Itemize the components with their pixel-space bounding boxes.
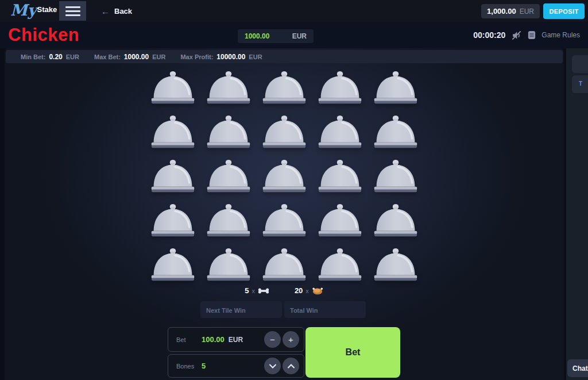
place-bet-button[interactable]: Bet (305, 327, 400, 378)
tile-cloche[interactable] (256, 110, 312, 155)
topbar: My Stake ← Back 1,000.00 EUR DEPOSIT (0, 0, 588, 22)
counters: 5 x 20 x (145, 286, 423, 295)
max-bet-value: 1000.00 (124, 53, 149, 61)
tile-cloche[interactable] (145, 66, 200, 110)
cloche-icon (372, 203, 420, 239)
deposit-button[interactable]: DEPOSIT (543, 3, 585, 19)
round-timer: 00:00:20 (473, 30, 505, 40)
bones-counter: 5 x (245, 286, 269, 295)
tile-cloche[interactable] (368, 110, 423, 155)
bones-x: x (252, 287, 255, 294)
cloche-icon (372, 114, 420, 151)
max-profit-value: 10000.00 (216, 53, 245, 61)
next-tile-win-label: Next Tile Win (206, 307, 246, 314)
chickens-count: 20 (295, 286, 303, 295)
cloche-icon (204, 247, 253, 283)
rail-button-bottom[interactable]: T (572, 75, 588, 93)
balance-currency: EUR (520, 7, 534, 16)
tile-cloche[interactable] (368, 66, 423, 110)
cloche-icon (260, 247, 308, 283)
screen: My Stake ← Back 1,000.00 EUR DEPOSIT Chi… (0, 0, 588, 380)
game-rules-label[interactable]: Game Rules (541, 31, 580, 39)
tile-cloche[interactable] (312, 243, 368, 287)
tile-cloche[interactable] (256, 199, 312, 243)
cloche-icon (316, 247, 364, 283)
tile-cloche[interactable] (200, 243, 256, 287)
back-arrow-icon: ← (101, 6, 110, 16)
cloche-icon (260, 70, 308, 106)
cloche-icon (149, 70, 197, 106)
right-rail: T (566, 48, 588, 380)
rail-button-icon: T (579, 80, 582, 87)
game-rules-button[interactable] (528, 30, 536, 40)
cloche-icon (372, 159, 420, 195)
tile-cloche[interactable] (256, 155, 312, 199)
tile-cloche[interactable] (368, 155, 423, 199)
bones-increase-button[interactable] (283, 358, 299, 374)
tile-cloche[interactable] (200, 199, 256, 243)
cloche-icon (149, 114, 197, 151)
cloche-icon (204, 159, 253, 195)
logo-my: My (10, 2, 37, 19)
chevron-down-icon (269, 364, 276, 369)
tile-cloche[interactable] (145, 155, 200, 199)
tile-cloche[interactable] (312, 155, 368, 199)
bet-control: Bet 100.00 EUR − + (168, 327, 304, 352)
mystake-logo[interactable]: My Stake (10, 2, 57, 19)
cloche-icon (316, 159, 364, 195)
tile-cloche[interactable] (145, 199, 200, 243)
min-bet-label: Min Bet: (21, 53, 45, 60)
tile-cloche[interactable] (256, 243, 312, 287)
rail-button-top[interactable] (572, 55, 588, 73)
max-profit-label: Max Profit: (180, 53, 213, 60)
chickens-counter: 20 x (295, 286, 323, 295)
cloche-icon (149, 247, 197, 283)
balance-amount: 1,000.00 (487, 7, 516, 16)
bones-count: 5 (245, 286, 249, 295)
tile-cloche[interactable] (200, 155, 256, 199)
bone-icon (258, 287, 269, 294)
bet-amount-value: 1000.00 (245, 32, 269, 40)
cloche-icon (316, 70, 364, 106)
bet-control-amount[interactable]: 100.00 (202, 335, 225, 344)
tile-cloche[interactable] (200, 110, 256, 155)
cloche-icon (372, 70, 420, 106)
page-title: Chicken (8, 25, 79, 45)
cloche-icon (316, 203, 364, 239)
tile-cloche[interactable] (368, 243, 423, 287)
tile-cloche[interactable] (312, 66, 368, 110)
min-bet-value: 0.20 (49, 53, 62, 61)
tile-cloche[interactable] (145, 110, 200, 155)
bet-amount-input[interactable]: 1000.00 EUR (238, 29, 314, 43)
tile-cloche[interactable] (312, 199, 368, 243)
chat-button[interactable]: Chat (567, 359, 588, 377)
bones-control-value[interactable]: 5 (202, 362, 206, 370)
bet-amount-currency: EUR (292, 32, 307, 40)
max-bet-label: Max Bet: (94, 53, 121, 60)
max-bet: Max Bet: 1000.00 EUR (94, 53, 165, 61)
cloche-icon (260, 203, 308, 239)
win-fields: Next Tile Win Total Win (200, 301, 366, 318)
min-bet: Min Bet: 0.20 EUR (21, 53, 79, 61)
chat-label: Chat (572, 364, 588, 373)
tile-cloche[interactable] (368, 199, 423, 243)
menu-button[interactable] (59, 1, 86, 21)
back-button[interactable]: ← Back (101, 0, 132, 22)
bet-decrease-button[interactable]: − (264, 331, 281, 348)
tile-cloche[interactable] (145, 243, 200, 287)
game-header: Chicken 1000.00 EUR 00:00:20 Ga (0, 22, 588, 48)
max-bet-currency: EUR (152, 53, 165, 60)
tile-cloche[interactable] (312, 110, 368, 155)
tile-cloche[interactable] (200, 66, 256, 110)
speaker-muted-icon (511, 30, 522, 41)
bet-increase-button[interactable]: + (283, 331, 299, 348)
chickens-x: x (305, 287, 309, 294)
cloche-icon (149, 159, 197, 195)
cloche-icon (204, 203, 253, 239)
bones-decrease-button[interactable] (264, 358, 281, 374)
tile-cloche[interactable] (256, 66, 312, 110)
roast-chicken-icon (312, 286, 323, 295)
balance-chip[interactable]: 1,000.00 EUR (481, 4, 540, 18)
max-profit: Max Profit: 10000.00 EUR (180, 53, 262, 61)
mute-button[interactable] (511, 30, 522, 41)
